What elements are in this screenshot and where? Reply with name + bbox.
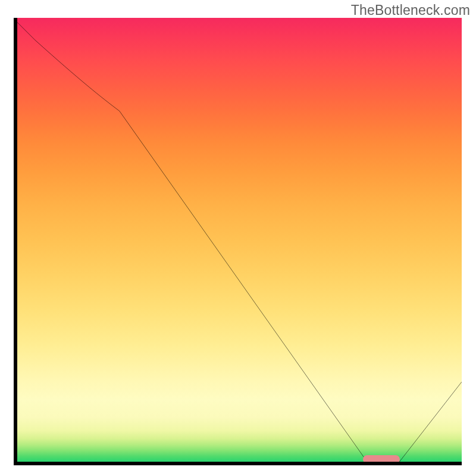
plot-axes	[14, 18, 462, 465]
bottleneck-curve	[17, 18, 462, 462]
optimal-range-marker	[363, 455, 400, 462]
chart-container: TheBottleneck.com	[0, 0, 476, 476]
watermark-text: TheBottleneck.com	[351, 2, 470, 18]
curve-path	[17, 22, 462, 462]
plot-area	[17, 18, 462, 462]
